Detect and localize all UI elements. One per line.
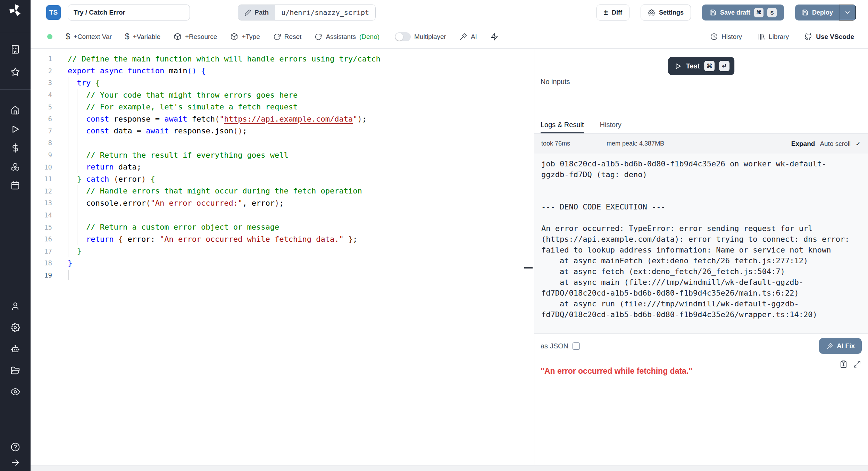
tab-history[interactable]: History xyxy=(600,116,621,133)
expand-logs-button[interactable]: Expand xyxy=(791,140,815,148)
result-tabs: Logs & Result History xyxy=(534,116,868,134)
deploy-options-button[interactable] xyxy=(839,5,856,20)
diff-button[interactable]: ± Diff xyxy=(596,5,629,20)
code-line: 6 const response = await fetch("https://… xyxy=(31,113,534,125)
sidebar xyxy=(0,0,31,471)
log-line: at async run (file:///tmp/windmill/wk-de… xyxy=(541,298,861,309)
history-label: History xyxy=(721,33,742,41)
add-variable-button[interactable]: $ +Variable xyxy=(125,33,160,41)
log-line: --- DENO CODE EXECUTION --- xyxy=(541,201,861,212)
package-icon xyxy=(174,33,182,41)
library-label: Library xyxy=(769,33,789,41)
code-lines: 1// Define the main function which will … xyxy=(31,53,534,281)
audit-eye-icon[interactable] xyxy=(11,387,20,397)
path-value-input[interactable]: u/henri/snazzy_script xyxy=(275,5,375,20)
code-line: 16 return { error: "An error occurred wh… xyxy=(31,233,534,245)
script-title-input[interactable]: Try / Catch Error xyxy=(68,5,190,20)
library-button[interactable]: Library xyxy=(757,33,789,41)
code-line: 7 const data = await response.json(); xyxy=(31,125,534,137)
log-line xyxy=(541,212,861,223)
as-json-checkbox[interactable] xyxy=(573,342,580,350)
path-group: Path u/henri/snazzy_script xyxy=(238,5,376,20)
folders-icon[interactable] xyxy=(11,366,20,375)
use-vscode-button[interactable]: Use VScode xyxy=(804,33,854,41)
job-logs[interactable]: job 018c20cd-a1b5-bd6b-0d80-f1b9d4c35e26… xyxy=(534,154,868,333)
ai-fix-button[interactable]: AI Fix xyxy=(819,338,862,354)
result-header-row: as JSON AI Fix xyxy=(541,338,862,354)
multiplayer-toggle-group: Multiplayer xyxy=(395,32,446,41)
result-actions xyxy=(840,360,861,368)
ai-button[interactable]: AI xyxy=(459,33,477,41)
editor-toolbar: $ +Context Var $ +Variable +Resource +Ty… xyxy=(31,25,868,49)
ai-label: AI xyxy=(471,33,477,41)
code-editor[interactable]: 1// Define the main function which will … xyxy=(31,49,534,465)
add-context-var-button[interactable]: $ +Context Var xyxy=(66,33,112,41)
windmill-logo-icon[interactable] xyxy=(8,3,23,18)
indent-guide xyxy=(68,77,68,257)
reset-button[interactable]: Reset xyxy=(273,33,302,41)
deploy-button[interactable]: Deploy xyxy=(795,5,839,20)
assistants-button[interactable]: Assistants (Deno) xyxy=(315,33,379,41)
deploy-label: Deploy xyxy=(812,9,833,16)
home-icon[interactable] xyxy=(11,106,20,115)
log-line: fd7DQ/018c20cd-a1b5-bd6b-0d80-f1b9d4c35e… xyxy=(541,288,861,298)
collapse-arrow-icon[interactable] xyxy=(11,458,20,468)
resources-boxes-icon[interactable] xyxy=(11,162,20,172)
code-line: 1// Define the main function which will … xyxy=(31,53,534,65)
workers-robot-icon[interactable] xyxy=(11,345,20,354)
log-line: fd7DQ/018c20cd-a1b5-bd6b-0d80-f1b9d4c35e… xyxy=(541,309,861,320)
code-line: 15 // Return a custom error object or me… xyxy=(31,221,534,233)
multiplayer-toggle[interactable] xyxy=(395,32,411,41)
content-row: 1// Define the main function which will … xyxy=(31,49,868,465)
tab-logs-result[interactable]: Logs & Result xyxy=(541,116,584,133)
kbd-s: S xyxy=(767,8,777,17)
assistants-label: Assistants xyxy=(326,33,356,41)
settings-gear-icon[interactable] xyxy=(11,323,20,332)
sidebar-divider xyxy=(0,32,31,32)
use-vscode-label: Use VScode xyxy=(816,33,854,41)
expand-result-icon[interactable] xyxy=(853,360,861,368)
history-button[interactable]: History xyxy=(710,33,742,41)
variables-dollar-icon[interactable] xyxy=(11,143,20,153)
text-cursor xyxy=(68,270,68,280)
copy-to-clipboard-icon[interactable] xyxy=(840,360,848,368)
main-area: TS Try / Catch Error Path u/henri/snazzy… xyxy=(31,0,868,471)
edit-path-button[interactable]: Path xyxy=(238,5,275,20)
workspace-building-icon[interactable] xyxy=(11,45,20,54)
settings-button[interactable]: Settings xyxy=(641,5,691,20)
no-inputs-text: No inputs xyxy=(541,78,570,86)
instant-preview-button[interactable] xyxy=(490,33,499,41)
multiplayer-label: Multiplayer xyxy=(414,33,446,41)
play-icon xyxy=(674,63,682,70)
help-icon[interactable] xyxy=(11,443,20,452)
stats-actions: Expand Auto scroll ✓ xyxy=(791,140,861,148)
add-resource-button[interactable]: +Resource xyxy=(174,33,217,41)
add-type-button[interactable]: +Type xyxy=(230,33,260,41)
rotate-icon xyxy=(273,33,281,41)
code-line: 8 xyxy=(31,137,534,149)
users-icon[interactable] xyxy=(11,302,20,311)
sidebar-divider xyxy=(0,89,31,90)
runs-play-icon[interactable] xyxy=(11,125,20,134)
favorites-star-icon[interactable] xyxy=(11,67,20,77)
bottom-strip xyxy=(31,465,868,471)
run-stats-bar: took 76ms mem peak: 4.387MB Expand Auto … xyxy=(534,134,868,154)
path-value-text: u/henri/snazzy_script xyxy=(281,8,369,17)
code-line: 11 } catch (error) { xyxy=(31,173,534,185)
test-button[interactable]: Test ⌘ ↵ xyxy=(668,57,735,75)
package-icon xyxy=(230,33,238,41)
test-label: Test xyxy=(686,62,700,70)
result-value: "An error occurred while fetching data." xyxy=(541,366,862,376)
test-pane: Test ⌘ ↵ No inputs xyxy=(534,49,868,116)
code-line: 5 // For example, let's simulate a fetch… xyxy=(31,101,534,113)
code-line: 2export async function main() { xyxy=(31,65,534,77)
code-line: 13 console.error("An error occurred:", e… xyxy=(31,197,534,209)
schedules-calendar-icon[interactable] xyxy=(11,181,20,190)
lightning-bolt-icon xyxy=(490,33,499,41)
script-title: Try / Catch Error xyxy=(74,9,125,16)
log-line: job 018c20cd-a1b5-bd6b-0d80-f1b9d4c35e26… xyxy=(541,158,861,169)
autoscroll-toggle[interactable]: Auto scroll xyxy=(820,140,851,148)
save-draft-button[interactable]: Save draft ⌘ S xyxy=(702,5,784,20)
gear-icon xyxy=(648,9,655,16)
windmill-script-editor: TS Try / Catch Error Path u/henri/snazzy… xyxy=(0,0,868,471)
